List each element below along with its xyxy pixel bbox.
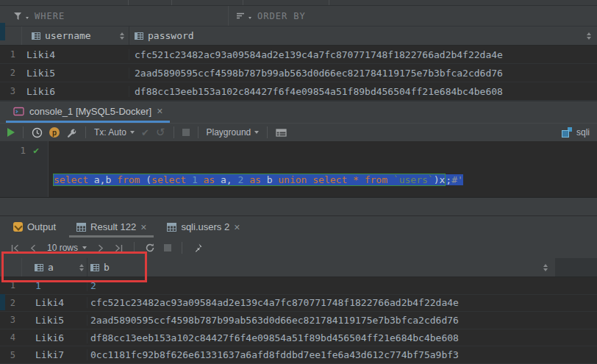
cell-b[interactable]: 2 bbox=[87, 280, 597, 291]
cell-username[interactable]: Liki6 bbox=[22, 86, 129, 97]
tx-mode-dropdown[interactable]: Tx: Auto bbox=[94, 127, 135, 138]
cell-password[interactable]: df88cc13eeb153a102c84427f6f4e09854a51f89… bbox=[129, 86, 597, 97]
cell-password[interactable]: cfc521c23482ac93a09584ad2e139c4a7fc87077… bbox=[129, 49, 597, 60]
column-header-password[interactable]: password bbox=[129, 26, 597, 45]
order-by-filter-input[interactable]: ORDER BY bbox=[228, 6, 597, 26]
close-icon[interactable]: × bbox=[234, 222, 240, 232]
where-filter-input[interactable]: WHERE bbox=[0, 6, 228, 26]
close-icon[interactable]: × bbox=[157, 106, 162, 116]
sql-token: select bbox=[54, 174, 88, 185]
toolbar-divider bbox=[23, 126, 24, 138]
table-row[interactable]: 5Liki70cc1181fc92b8f626e61331637a6afd8fd… bbox=[0, 346, 597, 364]
cell-a[interactable]: Liki7 bbox=[22, 349, 87, 360]
sql-editor[interactable]: 1 ✔ select a,b from (select 1 as a, 2 as… bbox=[0, 141, 597, 197]
tab-result-122[interactable]: Result 122 × bbox=[76, 216, 146, 238]
cell-b[interactable]: df88cc13eeb153a102c84427f6f4e09854a51f89… bbox=[87, 332, 597, 343]
editor-code-area[interactable]: select a,b from (select 1 as a, 2 as b u… bbox=[49, 141, 463, 197]
executed-statement-highlight: select a,b from (select 1 as a, 2 as b u… bbox=[53, 174, 446, 186]
stop-query-button[interactable] bbox=[164, 244, 171, 251]
cell-a[interactable]: Liki4 bbox=[22, 297, 87, 308]
refresh-icon[interactable] bbox=[145, 243, 155, 253]
table-row[interactable]: 3Liki6df88cc13eeb153a102c84427f6f4e09854… bbox=[0, 82, 597, 101]
sort-toggle-icon[interactable] bbox=[543, 264, 548, 271]
sql-token: from bbox=[365, 174, 387, 185]
sql-token: a,b bbox=[88, 174, 117, 185]
text-selection: select a,b from (select 1 as a, 2 as b u… bbox=[53, 174, 463, 185]
column-header-a[interactable]: a bbox=[22, 258, 87, 276]
cell-username[interactable]: Liki4 bbox=[22, 49, 129, 60]
sort-toggle-icon[interactable] bbox=[79, 264, 84, 271]
cell-password[interactable]: 2aad5890595ccf4598b787b99ab563d0d66ec821… bbox=[129, 68, 597, 79]
tab-label: Result 122 bbox=[90, 221, 136, 232]
sql-token: )x bbox=[434, 174, 446, 185]
sql-token bbox=[243, 174, 249, 185]
rollback-button[interactable]: ↺ bbox=[156, 126, 165, 139]
table-column-icon bbox=[90, 263, 99, 272]
schema-selector[interactable]: sqli bbox=[562, 127, 590, 138]
tab-output[interactable]: Output bbox=[13, 216, 56, 238]
sql-line[interactable]: select a,b from (select 1 as a, 2 as b u… bbox=[53, 173, 463, 188]
wrench-settings-icon[interactable] bbox=[66, 127, 77, 138]
cell-b[interactable]: 0cc1181fc92b8f626e61331637a6afd8fddbd7ee… bbox=[87, 349, 597, 360]
column-header-b[interactable]: b bbox=[87, 258, 555, 276]
cell-a[interactable]: Liki6 bbox=[22, 332, 87, 343]
tab-label: sqli.users 2 bbox=[181, 221, 229, 232]
toolbar-divider bbox=[134, 242, 135, 254]
cell-a[interactable]: 1 bbox=[22, 280, 87, 291]
table-row[interactable]: 2Liki4cfc521c23482ac93a09584ad2e139c4a7f… bbox=[0, 295, 597, 313]
funnel-icon bbox=[13, 12, 23, 21]
table-row[interactable]: 3Liki52aad5890595ccf4598b787b99ab563d0d6… bbox=[0, 312, 597, 329]
column-divider bbox=[128, 0, 129, 5]
row-number-gutter bbox=[0, 258, 22, 276]
row-number: 5 bbox=[0, 350, 22, 360]
toolbar-divider bbox=[198, 126, 199, 138]
column-header-username[interactable]: username bbox=[22, 26, 129, 45]
database-ide-window: WHERE ORDER BY username bbox=[0, 0, 597, 364]
cell-a[interactable]: Liki5 bbox=[22, 315, 87, 326]
row-number: 3 bbox=[0, 315, 22, 325]
tx-mode-label: Tx: Auto bbox=[94, 127, 126, 138]
run-button[interactable] bbox=[7, 128, 15, 137]
next-page-button[interactable] bbox=[96, 243, 105, 253]
sql-console-icon bbox=[13, 106, 24, 117]
table-row[interactable]: 112 bbox=[0, 277, 597, 295]
sql-token bbox=[387, 174, 393, 185]
last-page-button[interactable] bbox=[114, 243, 124, 253]
tab-sqli-users-2[interactable]: sqli.users 2 × bbox=[167, 216, 240, 238]
sort-lines-icon bbox=[236, 12, 246, 21]
sql-token bbox=[347, 174, 353, 185]
playground-dropdown[interactable]: Playground bbox=[207, 127, 260, 138]
cell-username[interactable]: Liki5 bbox=[22, 68, 129, 79]
previous-page-button[interactable] bbox=[29, 243, 38, 253]
in-editor-results-icon[interactable] bbox=[276, 128, 287, 138]
stop-button[interactable] bbox=[182, 129, 190, 136]
row-number: 2 bbox=[0, 68, 22, 78]
row-number: 1 bbox=[0, 49, 22, 60]
toolbar-divider bbox=[182, 242, 182, 254]
close-icon[interactable]: × bbox=[140, 222, 146, 232]
table-row[interactable]: 4Liki6df88cc13eeb153a102c84427f6f4e09854… bbox=[0, 329, 597, 347]
tab-console-1[interactable]: console_1 [MySQL5-Docker] × bbox=[6, 101, 170, 123]
sort-toggle-icon[interactable] bbox=[120, 32, 124, 40]
commit-button[interactable]: ✔ bbox=[141, 127, 149, 138]
sql-token: b bbox=[261, 174, 278, 185]
pin-icon[interactable] bbox=[193, 243, 203, 253]
chevron-down-icon bbox=[26, 17, 29, 19]
schema-icon bbox=[562, 127, 572, 138]
sql-token: ; bbox=[446, 174, 451, 185]
table-row[interactable]: 1Liki4cfc521c23482ac93a09584ad2e139c4a7f… bbox=[0, 46, 597, 64]
cell-b[interactable]: 2aad5890595ccf4598b787b99ab563d0d66ec821… bbox=[87, 315, 597, 326]
result-grid-rows: 1122Liki4cfc521c23482ac93a09584ad2e139c4… bbox=[0, 277, 597, 364]
order-by-filter-placeholder: ORDER BY bbox=[257, 11, 306, 21]
editor-gutter: 1 ✔ bbox=[0, 141, 49, 197]
cell-b[interactable]: cfc521c23482ac93a09584ad2e139c4a7fc87077… bbox=[87, 297, 597, 308]
playground-label: Playground bbox=[207, 127, 251, 138]
first-page-button[interactable] bbox=[10, 243, 20, 253]
parameters-icon[interactable]: p bbox=[49, 127, 60, 138]
column-name: username bbox=[45, 30, 91, 41]
history-icon[interactable] bbox=[32, 127, 43, 138]
page-size-dropdown[interactable]: 10 rows bbox=[47, 243, 87, 253]
table-row[interactable]: 2Liki52aad5890595ccf4598b787b99ab563d0d6… bbox=[0, 64, 597, 82]
output-icon bbox=[13, 222, 23, 232]
sort-toggle-icon[interactable] bbox=[587, 32, 591, 40]
